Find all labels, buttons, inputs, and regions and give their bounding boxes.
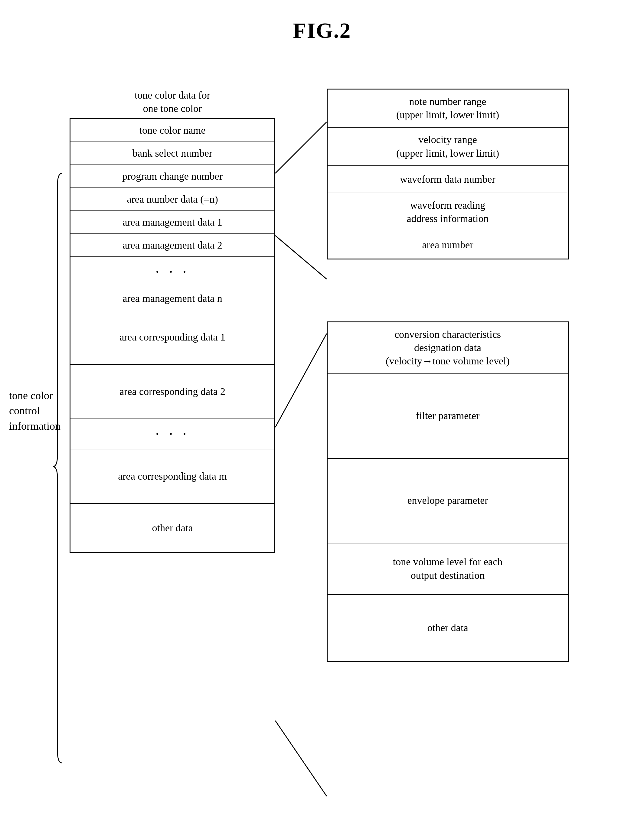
right-cell-other-data-right: other data bbox=[328, 595, 568, 661]
left-column: tone color data forone tone color tone c… bbox=[70, 89, 275, 553]
right-cell-envelope: envelope parameter bbox=[328, 459, 568, 543]
left-cell-area-number-data: area number data (=n) bbox=[70, 188, 274, 211]
svg-line-1 bbox=[275, 236, 327, 279]
right-cell-waveform-data: waveform data number bbox=[328, 166, 568, 193]
left-cell-program-change: program change number bbox=[70, 165, 274, 188]
left-cell-dots-2: · · · bbox=[70, 419, 274, 449]
left-label-tone-color: tone colorcontrolinformation bbox=[9, 388, 57, 434]
page-title: FIG.2 bbox=[0, 0, 644, 55]
right-cell-area-number: area number bbox=[328, 231, 568, 259]
svg-line-0 bbox=[275, 122, 327, 173]
left-table: tone color name bank select number progr… bbox=[70, 118, 275, 553]
left-cell-area-corr-2: area corresponding data 2 bbox=[70, 365, 274, 419]
right-cell-tone-volume: tone volume level for eachoutput destina… bbox=[328, 543, 568, 595]
right-cell-waveform-reading: waveform readingaddress information bbox=[328, 193, 568, 231]
left-cell-area-mgmt-2: area management data 2 bbox=[70, 234, 274, 257]
right-bottom-table: conversion characteristicsdesignation da… bbox=[327, 322, 569, 662]
left-cell-tone-color-name: tone color name bbox=[70, 119, 274, 142]
right-cell-note-range: note number range(upper limit, lower lim… bbox=[328, 89, 568, 127]
left-cell-bank-select: bank select number bbox=[70, 142, 274, 165]
left-cell-area-corr-1: area corresponding data 1 bbox=[70, 310, 274, 365]
left-label-text: tone colorcontrolinformation bbox=[9, 390, 61, 432]
left-cell-area-mgmt-1: area management data 1 bbox=[70, 211, 274, 234]
left-cell-other-data: other data bbox=[70, 504, 274, 552]
right-top-table: note number range(upper limit, lower lim… bbox=[327, 89, 569, 259]
right-column-bottom: conversion characteristicsdesignation da… bbox=[327, 322, 569, 662]
right-cell-velocity-range: velocity range(upper limit, lower limit) bbox=[328, 127, 568, 166]
left-cell-area-corr-m: area corresponding data m bbox=[70, 449, 274, 504]
right-column-top: note number range(upper limit, lower lim… bbox=[327, 89, 569, 259]
right-cell-filter: filter parameter bbox=[328, 374, 568, 459]
left-cell-dots-1: · · · bbox=[70, 257, 274, 287]
right-cell-conversion: conversion characteristicsdesignation da… bbox=[328, 322, 568, 374]
caption-above: tone color data forone tone color bbox=[70, 89, 275, 115]
left-cell-area-mgmt-n: area management data n bbox=[70, 287, 274, 310]
svg-line-2 bbox=[275, 334, 327, 427]
svg-line-3 bbox=[275, 721, 327, 796]
